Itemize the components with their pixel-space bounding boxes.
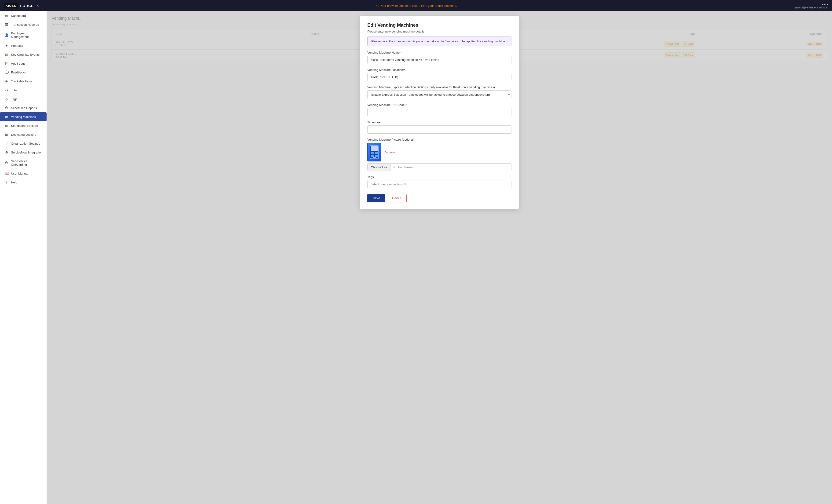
sidebar-item-audit-logs[interactable]: 📋 Audit Logs	[0, 59, 47, 68]
location-req: *	[404, 68, 405, 72]
pin-label: Vending Machine PIN Code:*	[367, 103, 512, 107]
sidebar-item-dashboard[interactable]: ⊞ Dashboard	[0, 11, 47, 20]
file-input-row: Choose File No file chosen	[367, 163, 512, 171]
svg-rect-4	[371, 155, 374, 157]
audit-icon: 📋	[4, 61, 9, 65]
user-email: cara.cui@vendingontrack.com	[794, 6, 828, 9]
close-button[interactable]: ×	[36, 3, 39, 8]
sidebar-label-scheduled: Scheduled Reports	[11, 106, 37, 110]
sidebar-item-servicenow[interactable]: ⚙ ServiceNow Integration	[0, 148, 47, 157]
location-group: Vending Machine Location:*	[367, 68, 512, 81]
location-label: Vending Machine Location:*	[367, 68, 512, 72]
picture-label: Vending Machine Picture (optional)	[367, 138, 512, 141]
sidebar-label-org: Organization Settings	[11, 142, 40, 145]
sidebar-label-vending: Vending Machines	[11, 115, 36, 118]
sidebar-item-user-manual[interactable]: 📖 User Manual	[0, 169, 47, 178]
servicenow-icon: ⚙	[4, 151, 9, 154]
logo-kiosk: KIOSK	[6, 4, 17, 7]
sidebar-item-feedbacks[interactable]: 💬 Feedbacks	[0, 68, 47, 77]
sidebar-item-dedicated-lockers[interactable]: ▦ Dedicated Lockers	[0, 130, 47, 139]
sidebar-item-scheduled-reports[interactable]: ⏱ Scheduled Reports	[0, 103, 47, 112]
location-input[interactable]	[367, 73, 512, 81]
topbar: KIOSK FORCE × ⚠ Your browser timezone di…	[0, 0, 832, 11]
sidebar-label-standalone: Standalone Lockers	[11, 124, 38, 128]
vending-machine-preview	[367, 143, 381, 161]
logo-force: FORCE	[20, 4, 34, 8]
vending-machine-svg	[370, 145, 379, 159]
sidebar-label-employee: Employee Management	[11, 32, 43, 38]
main-content: Vending Machi... For adding or removi...…	[47, 11, 832, 504]
sidebar-item-vending-machines[interactable]: ▦ Vending Machines	[0, 112, 47, 121]
sidebar-item-trackable-items[interactable]: ⊕ Trackable Items	[0, 77, 47, 86]
sidebar-item-key-card[interactable]: ▤ Key Card Tap Events	[0, 50, 47, 59]
timezone-label: Timezone	[367, 121, 512, 124]
name-label: Vending Machine Name:*	[367, 51, 512, 54]
sidebar-label-dedicated: Dedicated Lockers	[11, 133, 36, 136]
picture-row: Remove	[367, 143, 512, 161]
user-manual-icon: 📖	[4, 171, 9, 175]
sidebar-label-transaction: Transaction Records	[11, 23, 39, 26]
sidebar-label-tags: Tags	[11, 97, 17, 101]
cancel-button[interactable]: Cancel	[388, 194, 407, 203]
transaction-icon: ☰	[4, 23, 9, 26]
express-select[interactable]: Enable Express Selection - employees wil…	[367, 90, 512, 99]
svg-rect-2	[371, 152, 374, 154]
sidebar-item-products[interactable]: ✦ Products	[0, 41, 47, 50]
sidebar-item-org-settings[interactable]: 📄 Organization Settings	[0, 139, 47, 148]
sidebar-item-standalone-lockers[interactable]: ▦ Standalone Lockers	[0, 121, 47, 130]
file-name-label: No file chosen	[390, 163, 415, 171]
svg-rect-5	[375, 155, 378, 157]
picture-section: Vending Machine Picture (optional)	[367, 138, 512, 171]
tags-placeholder: Select one or more tags ▼	[370, 183, 407, 186]
logo-box: KIOSK	[4, 3, 18, 8]
sidebar-item-help[interactable]: ? Help	[0, 178, 47, 187]
sidebar-label-audit: Audit Logs	[11, 62, 25, 65]
user-name: cara	[794, 3, 828, 6]
user-info: cara cara.cui@vendingontrack.com	[794, 3, 828, 9]
sidebar-item-transaction-records[interactable]: ☰ Transaction Records	[0, 20, 47, 29]
modal-title: Edit Vending Machines	[367, 23, 512, 28]
tags-icon: ◇	[4, 97, 9, 101]
sidebar-label-keycard: Key Card Tap Events	[11, 53, 40, 56]
sidebar-label-feedback: Feedbacks	[11, 71, 26, 74]
express-group: Vending Machine Express Selection Settin…	[367, 85, 512, 99]
edit-vending-machine-modal: Edit Vending Machines Please enter new v…	[360, 16, 519, 209]
sidebar-label-user-manual: User Manual	[11, 172, 28, 175]
sidebar-item-self-service[interactable]: ⏱ Self-Service Onboarding	[0, 157, 47, 169]
sidebar-item-jobs[interactable]: ⚙ Jobs	[0, 86, 47, 95]
products-icon: ✦	[4, 44, 9, 48]
topbar-left: KIOSK FORCE ×	[4, 3, 39, 8]
sidebar-item-tags[interactable]: ◇ Tags	[0, 95, 47, 103]
remove-picture-button[interactable]: Remove	[384, 151, 395, 154]
name-req: *	[400, 51, 402, 54]
name-group: Vending Machine Name:*	[367, 51, 512, 64]
notice-text: Please note, the changes on this page ma…	[371, 39, 506, 43]
pin-input[interactable]	[367, 108, 512, 116]
feedback-icon: 💬	[4, 71, 9, 74]
name-input[interactable]	[367, 56, 512, 64]
tags-label: Tags:	[367, 175, 512, 179]
tags-select[interactable]: Select one or more tags ▼	[367, 180, 512, 188]
timezone-input[interactable]	[367, 126, 512, 134]
sidebar-label-dashboard: Dashboard	[11, 14, 26, 18]
svg-rect-3	[375, 152, 378, 154]
sidebar-label-help: Help	[11, 181, 17, 184]
svg-rect-6	[373, 157, 376, 158]
trackable-icon: ⊕	[4, 79, 9, 83]
employee-icon: 👤	[4, 33, 9, 37]
help-icon: ?	[4, 180, 9, 184]
svg-rect-1	[371, 146, 378, 151]
org-settings-icon: 📄	[4, 141, 9, 145]
modal-overlay: Edit Vending Machines Please enter new v…	[47, 11, 832, 504]
sidebar-label-products: Products	[11, 44, 23, 48]
express-label: Vending Machine Express Selection Settin…	[367, 85, 512, 89]
dedicated-icon: ▦	[4, 133, 9, 136]
standalone-icon: ▦	[4, 124, 9, 128]
notice-box: Please note, the changes on this page ma…	[367, 36, 512, 46]
form-actions: Save Cancel	[367, 194, 512, 203]
warning-icon: ⚠	[375, 3, 379, 8]
choose-file-button[interactable]: Choose File	[368, 163, 390, 171]
modal-subtitle: Please enter new vending machine details	[367, 30, 512, 33]
save-button[interactable]: Save	[367, 194, 385, 203]
sidebar-item-employee-management[interactable]: 👤 Employee Management	[0, 29, 47, 41]
